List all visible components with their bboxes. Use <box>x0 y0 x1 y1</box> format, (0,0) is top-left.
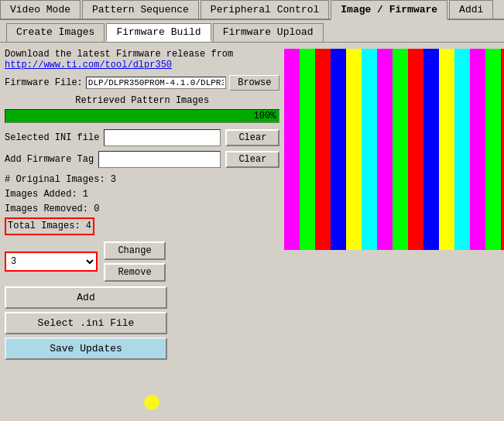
change-button[interactable]: Change <box>104 241 166 260</box>
browse-button[interactable]: Browse <box>229 75 279 91</box>
total-images-highlight: Total Images: 4 <box>5 217 94 235</box>
selected-ini-input[interactable] <box>104 129 221 146</box>
svg-rect-13 <box>485 49 501 250</box>
tab-peripheral-control[interactable]: Peripheral Control <box>201 0 329 19</box>
svg-rect-3 <box>331 49 346 250</box>
left-panel: Download the latest Firmware release fro… <box>5 49 279 360</box>
top-tab-bar: Video Mode Pattern Sequence Peripheral C… <box>0 0 504 20</box>
selected-ini-row: Selected INI file Clear <box>5 129 279 146</box>
image-select[interactable]: 1 2 3 4 <box>5 252 98 272</box>
firmware-tag-input[interactable] <box>98 151 221 168</box>
tab-video-mode[interactable]: Video Mode <box>0 0 81 19</box>
clear-tag-button[interactable]: Clear <box>225 151 279 168</box>
subtab-firmware-build[interactable]: Firmware Build <box>106 23 211 42</box>
image-dropdown-row: 1 2 3 4 Change Remove <box>5 241 279 282</box>
firmware-tag-label: Add Firmware Tag <box>5 154 94 165</box>
firmware-input[interactable] <box>86 77 226 89</box>
progress-label: 100% <box>254 111 276 122</box>
selected-ini-label: Selected INI file <box>5 132 99 143</box>
svg-rect-4 <box>346 49 362 250</box>
download-text: Download the latest Firmware release fro… <box>5 49 233 60</box>
clear-ini-button[interactable]: Clear <box>225 129 279 146</box>
cursor <box>144 395 159 410</box>
svg-rect-1 <box>300 49 315 250</box>
svg-rect-14 <box>501 49 504 250</box>
add-button[interactable]: Add <box>5 286 167 309</box>
svg-rect-0 <box>284 49 300 250</box>
tab-pattern-sequence[interactable]: Pattern Sequence <box>82 0 199 19</box>
original-images-line: # Original Images: 3 <box>5 173 279 187</box>
sub-tab-bar: Create Images Firmware Build Firmware Up… <box>0 20 504 43</box>
svg-rect-10 <box>439 49 454 250</box>
svg-rect-5 <box>362 49 377 250</box>
svg-rect-6 <box>377 49 393 250</box>
svg-rect-9 <box>423 49 439 250</box>
total-images-line: Total Images: 4 <box>5 217 279 235</box>
subtab-create-images[interactable]: Create Images <box>6 23 105 42</box>
download-link[interactable]: http://www.ti.com/tool/dlpr350 <box>5 60 172 70</box>
svg-rect-12 <box>470 49 485 250</box>
image-preview <box>284 49 504 250</box>
tab-image-firmware[interactable]: Image / Firmware <box>331 0 447 20</box>
download-row: Download the latest Firmware release fro… <box>5 49 279 70</box>
svg-rect-11 <box>454 49 470 250</box>
right-panel <box>284 49 504 360</box>
change-remove-buttons: Change Remove <box>104 241 166 282</box>
color-stripes-svg <box>284 49 504 250</box>
firmware-file-row: Firmware File: Browse <box>5 75 279 91</box>
progress-bar-container: 100% <box>5 109 279 123</box>
tab-additional[interactable]: Addi <box>449 0 493 19</box>
retrieved-label: Retrieved Pattern Images <box>5 95 279 106</box>
firmware-tag-row: Add Firmware Tag Clear <box>5 151 279 168</box>
svg-rect-2 <box>315 49 331 250</box>
remove-button[interactable]: Remove <box>104 263 166 282</box>
svg-rect-7 <box>393 49 408 250</box>
images-removed-line: Images Removed: 0 <box>5 202 279 217</box>
select-ini-button[interactable]: Select .ini File <box>5 312 167 334</box>
images-added-line: Images Added: 1 <box>5 187 279 202</box>
svg-rect-8 <box>408 49 423 250</box>
info-box: # Original Images: 3 Images Added: 1 Ima… <box>5 173 279 235</box>
firmware-label: Firmware File: <box>5 77 83 88</box>
save-updates-button[interactable]: Save Updates <box>5 337 167 360</box>
subtab-firmware-upload[interactable]: Firmware Upload <box>213 23 324 42</box>
bottom-buttons: Add Select .ini File Save Updates <box>5 286 279 360</box>
progress-bar <box>5 110 279 122</box>
